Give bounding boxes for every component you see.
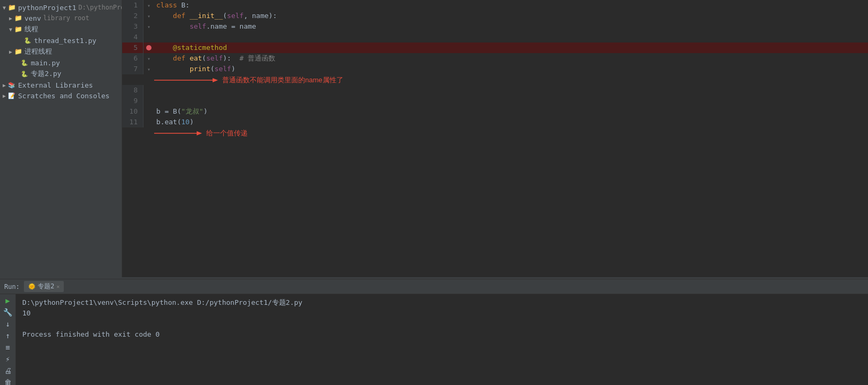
thread-test-label: thread_test1.py bbox=[34, 37, 96, 45]
comment: # 普通函数 bbox=[240, 54, 276, 62]
breakpoint-dot[interactable] bbox=[146, 45, 151, 50]
line-number-6: 6 bbox=[122, 53, 144, 64]
fold-icon[interactable]: ▾ bbox=[147, 66, 150, 72]
scroll-up-button[interactable]: ↑ bbox=[2, 331, 14, 340]
function-name: eat bbox=[190, 54, 202, 62]
annotation-text-7: 普通函数不能调用类里面的name属性了 bbox=[222, 75, 343, 85]
function-name: __init__ bbox=[190, 12, 223, 20]
sidebar-item-subject2-py[interactable]: 🐍 专题2.py bbox=[0, 68, 122, 80]
run-tab[interactable]: 🌞 专题2 ✕ bbox=[24, 281, 64, 292]
plain-text: ( bbox=[202, 54, 206, 62]
code-area[interactable]: 1 ▾ class B: 2 ▾ def __init__(self, name… bbox=[122, 0, 868, 277]
command-line: D:\pythonProject1\venv\Scripts\python.ex… bbox=[22, 297, 862, 308]
output-line-1: 10 bbox=[22, 308, 862, 319]
line-gutter-1: ▾ bbox=[144, 0, 154, 11]
sidebar-item-process-thread[interactable]: ▶ 📁 进程线程 bbox=[0, 46, 122, 57]
self-keyword: self bbox=[206, 54, 223, 62]
subject2-py-label: 专题2.py bbox=[31, 69, 61, 79]
code-line-5: 5 @staticmethod bbox=[122, 42, 868, 53]
sidebar-item-thread-test[interactable]: 🐍 thread_test1.py bbox=[0, 35, 122, 46]
svg-marker-1 bbox=[213, 78, 218, 82]
close-icon[interactable]: ✕ bbox=[56, 284, 60, 289]
sidebar-item-venv[interactable]: ▶ 📁 venv library root bbox=[0, 13, 122, 23]
editor-container: 1 ▾ class B: 2 ▾ def __init__(self, name… bbox=[122, 0, 868, 277]
print-button[interactable]: 🖨 bbox=[2, 366, 14, 375]
plain-text: b.eat( bbox=[156, 118, 181, 126]
line-number-8: 8 bbox=[122, 85, 144, 96]
line-number-7: 7 bbox=[122, 64, 144, 74]
annotation-line-11 bbox=[154, 129, 202, 138]
plain-text: ) bbox=[190, 118, 194, 126]
bottom-panel: Run: 🌞 专题2 ✕ ▶ 🔧 ↓ ↑ ≡ ⚡ 🖨 🗑 D:\pythonPr… bbox=[0, 279, 868, 385]
code-line-1: 1 ▾ class B: bbox=[122, 0, 868, 11]
annotation-text-11: 给一个值传递 bbox=[206, 129, 248, 138]
line-gutter-8 bbox=[144, 85, 154, 96]
line-number-3: 3 bbox=[122, 21, 144, 32]
venv-sublabel: library root bbox=[43, 14, 89, 22]
output-finished: Process finished with exit code 0 bbox=[22, 329, 862, 340]
sidebar: ▼ 📁 pythonProject1 D:\pythonProject1 ▶ 📁… bbox=[0, 0, 122, 277]
plain-text: ): bbox=[223, 54, 239, 62]
run-tab-bar: Run: 🌞 专题2 ✕ bbox=[0, 279, 868, 294]
wrench-button[interactable]: 🔧 bbox=[2, 308, 14, 316]
fold-icon[interactable]: ▾ bbox=[147, 3, 150, 8]
line-gutter-10 bbox=[144, 106, 154, 117]
line-content-5: @staticmethod bbox=[154, 42, 868, 53]
sidebar-item-main-py[interactable]: 🐍 main.py bbox=[0, 57, 122, 68]
line-gutter-5[interactable] bbox=[144, 42, 154, 53]
line-number-9: 9 bbox=[122, 96, 144, 106]
project-label: pythonProject1 bbox=[18, 4, 77, 12]
code-line-2: 2 ▾ def __init__(self, name): bbox=[122, 11, 868, 21]
line-content-8 bbox=[154, 85, 868, 96]
play-button[interactable]: ▶ bbox=[2, 296, 14, 305]
ext-lib-icon: 📚 bbox=[7, 81, 16, 89]
sidebar-item-thread-folder[interactable]: ▼ 📁 线程 bbox=[0, 23, 122, 35]
sidebar-item-project-root[interactable]: ▼ 📁 pythonProject1 D:\pythonProject1 bbox=[0, 2, 122, 13]
scratches-label: Scratches and Consoles bbox=[18, 92, 109, 100]
run-toolbar: ▶ 🔧 ↓ ↑ ≡ ⚡ 🖨 🗑 bbox=[0, 294, 16, 385]
self-keyword: self bbox=[215, 65, 231, 73]
fold-icon[interactable]: ▾ bbox=[147, 13, 150, 19]
annotation-line-7 bbox=[154, 76, 218, 84]
bottom-content: ▶ 🔧 ↓ ↑ ≡ ⚡ 🖨 🗑 D:\pythonProject1\venv\S… bbox=[0, 294, 868, 385]
line-content-10: b = B("龙叔") bbox=[154, 106, 868, 117]
fold-icon[interactable]: ▾ bbox=[147, 56, 150, 62]
arrow-icon: ▶ bbox=[7, 15, 14, 21]
clear-button[interactable]: 🗑 bbox=[2, 378, 14, 385]
plain-text: b = B( bbox=[156, 107, 181, 115]
line-gutter-9 bbox=[144, 96, 154, 106]
run-tab-icon: 🌞 bbox=[28, 283, 36, 290]
line-content-1: class B: bbox=[154, 0, 868, 11]
arrow-icon: ▼ bbox=[1, 5, 7, 11]
sidebar-item-scratches[interactable]: ▶ 📝 Scratches and Consoles bbox=[0, 90, 122, 101]
folder-icon: 📁 bbox=[14, 25, 22, 33]
number: 10 bbox=[181, 118, 190, 126]
line-gutter-6: ▾ bbox=[144, 53, 154, 64]
wrap-button[interactable]: ≡ bbox=[2, 343, 14, 352]
plain-text: ( bbox=[223, 12, 227, 20]
console-output[interactable]: D:\pythonProject1\venv\Scripts\python.ex… bbox=[16, 294, 868, 385]
main-container: ▼ 📁 pythonProject1 D:\pythonProject1 ▶ 📁… bbox=[0, 0, 868, 277]
thread-folder-label: 线程 bbox=[24, 24, 38, 34]
line-content-11: b.eat(10) bbox=[154, 117, 868, 127]
line-gutter-4 bbox=[144, 32, 154, 42]
code-line-3: 3 ▾ self.name = name bbox=[122, 21, 868, 32]
py-file-icon: 🐍 bbox=[20, 70, 29, 78]
plain-text bbox=[186, 54, 190, 62]
plain-text: B: bbox=[177, 1, 189, 9]
soft-wrap-button[interactable]: ⚡ bbox=[2, 355, 14, 363]
line-number-1: 1 bbox=[122, 0, 144, 11]
line-content-2: def __init__(self, name): bbox=[154, 11, 868, 21]
code-line-9: 9 bbox=[122, 96, 868, 106]
sidebar-item-external-libraries[interactable]: ▶ 📚 External Libraries bbox=[0, 80, 122, 90]
scroll-down-button[interactable]: ↓ bbox=[2, 320, 14, 328]
line-content-4 bbox=[154, 32, 868, 42]
venv-label: venv bbox=[24, 14, 41, 22]
arrow-icon: ▶ bbox=[1, 82, 7, 88]
plain-text: ) bbox=[231, 65, 235, 73]
svg-marker-3 bbox=[197, 131, 202, 135]
code-line-11: 11 b.eat(10) 给一个值传递 bbox=[122, 117, 868, 138]
plain-text: ) bbox=[204, 107, 208, 115]
fold-icon[interactable]: ▾ bbox=[147, 24, 150, 30]
self-keyword: self bbox=[190, 22, 206, 30]
